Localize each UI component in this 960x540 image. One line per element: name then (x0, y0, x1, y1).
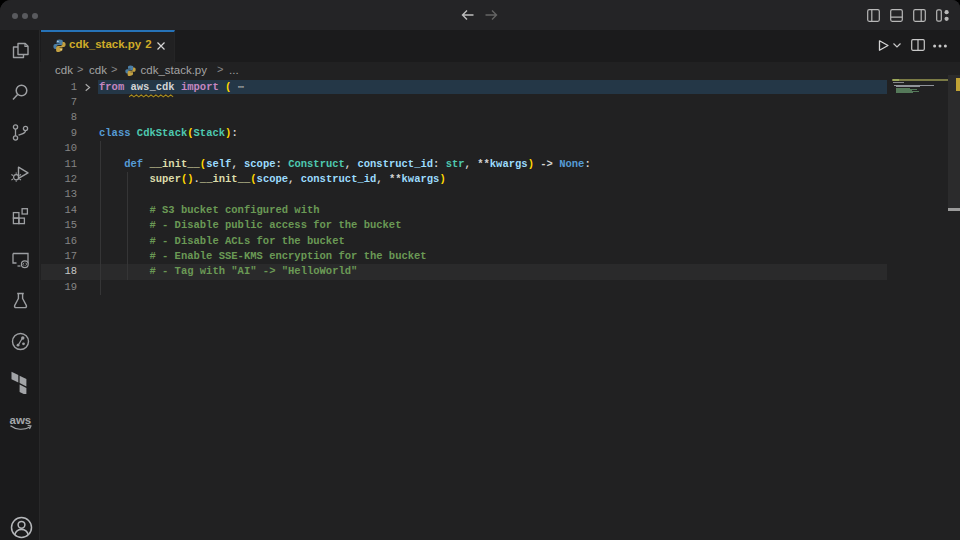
svg-text:aws: aws (10, 414, 32, 426)
